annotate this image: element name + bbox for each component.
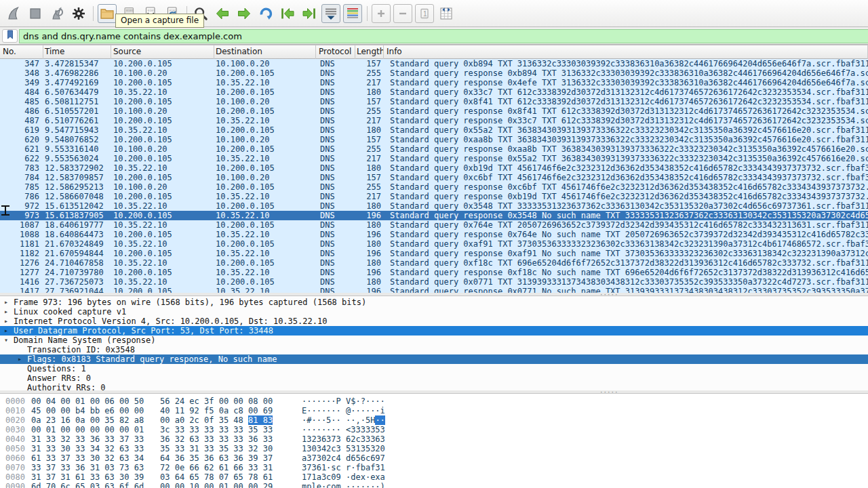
go-last-packet-button[interactable] xyxy=(300,4,319,23)
detail-row[interactable]: ▸Flags: 0x8183 Standard query response, … xyxy=(0,354,868,364)
column-header-protocol[interactable]: Protocol xyxy=(316,45,355,59)
packet-row-selected[interactable]: 97315.61383790510.200.0.10510.35.22.10DN… xyxy=(0,211,868,220)
detail-row[interactable]: ▸User Datagram Protocol, Src Port: 53, D… xyxy=(0,326,868,336)
detail-text: User Datagram Protocol, Src Port: 53, Ds… xyxy=(14,326,273,336)
cell-dst: 10.35.22.10 xyxy=(214,192,316,201)
packet-row[interactable]: 6219.55331614010.100.0.2010.200.0.105DNS… xyxy=(0,144,868,154)
packet-row[interactable]: 3493.47749216910.200.0.10510.35.22.10DNS… xyxy=(0,78,868,87)
packet-row[interactable]: 141627.73672507310.35.22.1010.200.0.105D… xyxy=(0,277,868,287)
cell-info: Standard query response 0x55a2 TXT 36383… xyxy=(384,154,868,163)
column-header-length[interactable]: Length xyxy=(355,45,384,59)
zoom-in-button[interactable] xyxy=(372,4,391,23)
arrow-to-last-icon xyxy=(301,5,317,22)
cell-len: 217 xyxy=(355,154,384,163)
column-header-source[interactable]: Source xyxy=(111,45,214,59)
toolbar-separator xyxy=(367,6,368,21)
column-header-no[interactable]: No. xyxy=(0,45,43,59)
hex-row[interactable]: 004031 33 32 33 36 33 37 3336 32 63 33 3… xyxy=(5,434,868,444)
packet-row[interactable]: 6209.54807685210.200.0.10510.100.0.20DNS… xyxy=(0,135,868,144)
capture-options-button[interactable] xyxy=(69,4,88,23)
column-header-time[interactable]: Time xyxy=(43,45,111,59)
cell-proto: DNS xyxy=(316,135,355,144)
packet-row[interactable]: 78612.58660704810.200.0.10510.35.22.10DN… xyxy=(0,192,868,201)
start-capture-button[interactable] xyxy=(4,4,23,23)
stop-capture-button[interactable] xyxy=(26,4,45,23)
detail-row[interactable]: ▸Internet Protocol Version 4, Src: 10.20… xyxy=(0,317,868,326)
detail-row[interactable]: Questions: 1 xyxy=(0,364,868,373)
hex-row[interactable]: 008031 37 31 61 33 63 30 3903 64 65 78 0… xyxy=(5,472,868,482)
cell-proto: DNS xyxy=(316,230,355,239)
zoom-out-button[interactable] xyxy=(393,4,412,23)
hex-row[interactable]: 00906d 70 6c 65 03 63 6f 6d00 00 10 00 0… xyxy=(5,482,868,488)
hex-bytes-left: 00 01 00 00 00 00 00 01 xyxy=(31,425,152,434)
auto-scroll-button[interactable] xyxy=(321,4,340,23)
hex-row[interactable]: 006061 33 37 33 30 32 63 3464 36 35 36 6… xyxy=(5,453,868,463)
packet-row[interactable]: 141727.73692104410.200.0.10510.35.22.10D… xyxy=(0,287,868,293)
packet-row[interactable]: 118221.67059484410.200.0.10510.35.22.10D… xyxy=(0,249,868,258)
packet-row[interactable]: 4856.50811275110.200.0.10510.100.0.20DNS… xyxy=(0,97,868,106)
cell-no: 621 xyxy=(0,144,43,154)
cell-no: 485 xyxy=(0,97,43,106)
cell-info: Standard query 0x55a2 TXT 36383430393139… xyxy=(384,125,868,135)
hex-ascii: 13236373 62c33363 xyxy=(302,434,385,444)
packet-row[interactable]: 108718.64061977710.35.22.1010.200.0.105D… xyxy=(0,220,868,230)
packet-row[interactable]: 3483.47698228610.100.0.2010.200.0.105DNS… xyxy=(0,68,868,78)
resize-columns-button[interactable] xyxy=(437,4,456,23)
hex-row[interactable]: 001045 00 00 b4 bb e6 00 0040 11 92 f5 0… xyxy=(5,406,868,415)
packet-row[interactable]: 4876.51077626110.200.0.10510.35.22.10DNS… xyxy=(0,116,868,125)
go-first-packet-button[interactable] xyxy=(278,4,297,23)
go-forward-button[interactable] xyxy=(235,4,254,23)
packet-row[interactable]: 4846.50763447910.35.22.1010.200.0.105DNS… xyxy=(0,87,868,97)
open-file-button[interactable] xyxy=(98,4,117,23)
cell-len: 217 xyxy=(355,116,384,125)
cell-src: 10.35.22.10 xyxy=(111,277,214,287)
detail-row[interactable]: Authority RRs: 0 xyxy=(0,383,868,390)
detail-row[interactable]: ▾Domain Name System (response) xyxy=(0,336,868,345)
hex-row[interactable]: 005031 33 30 33 34 32 63 3335 33 31 33 3… xyxy=(5,444,868,453)
packet-row[interactable]: 97215.61351204210.35.22.1010.200.0.105DN… xyxy=(0,201,868,211)
packet-row[interactable]: 78312.58337290210.35.22.1010.200.0.105DN… xyxy=(0,163,868,173)
packet-row[interactable]: 127624.71046785810.35.22.1010.200.0.105D… xyxy=(0,258,868,268)
column-header-destination[interactable]: Destination xyxy=(214,45,316,59)
hex-row[interactable]: 003000 01 00 00 00 00 00 013c 33 33 33 3… xyxy=(5,425,868,434)
packet-row[interactable]: 6229.55356302410.200.0.10510.35.22.10DNS… xyxy=(0,154,868,163)
packet-row[interactable]: 6199.54771594310.35.22.1010.200.0.105DNS… xyxy=(0,125,868,135)
packet-row[interactable]: 4866.51055720110.100.0.2010.200.0.105DNS… xyxy=(0,106,868,116)
cell-time: 21.670594844 xyxy=(43,249,111,258)
cell-time: 12.586295213 xyxy=(43,182,111,192)
hex-bytes-left: 33 37 33 36 31 03 73 63 xyxy=(31,463,152,472)
detail-row[interactable]: Transaction ID: 0x3548 xyxy=(0,345,868,354)
packet-row[interactable]: 127724.71073978010.200.0.10510.35.22.10D… xyxy=(0,268,868,277)
svg-text:0101: 0101 xyxy=(148,8,155,12)
cell-info: Standard query response 0x4efe TXT 31363… xyxy=(384,78,868,87)
detail-row[interactable]: ▸Linux cooked capture v1 xyxy=(0,307,868,317)
go-to-packet-button[interactable] xyxy=(256,4,275,23)
zoom-original-button[interactable]: 1 xyxy=(415,4,434,23)
expander-collapsed-icon[interactable]: ▸ xyxy=(4,298,14,307)
expander-collapsed-icon[interactable]: ▸ xyxy=(18,354,27,364)
hex-row[interactable]: 00200a 23 16 0a 00 35 82 a800 a0 2c 0f 3… xyxy=(5,415,868,425)
colorize-button[interactable] xyxy=(343,4,362,23)
cell-proto: DNS xyxy=(316,87,355,97)
detail-row[interactable]: ▸Frame 973: 196 bytes on wire (1568 bits… xyxy=(0,298,868,307)
expander-collapsed-icon[interactable]: ▸ xyxy=(4,317,14,326)
restart-capture-button[interactable] xyxy=(47,4,66,23)
hex-row[interactable]: 007033 37 33 36 31 03 73 6372 0e 66 62 6… xyxy=(5,463,868,472)
packet-row[interactable]: 78412.58370985710.200.0.10510.100.0.20DN… xyxy=(0,173,868,182)
toolbar-separator xyxy=(93,6,94,21)
expander-collapsed-icon[interactable]: ▸ xyxy=(4,307,14,317)
packet-row[interactable]: 108818.64086447310.200.0.10510.35.22.10D… xyxy=(0,230,868,239)
cell-time: 18.640619777 xyxy=(43,220,111,230)
packet-row[interactable]: 78512.58629521310.100.0.2010.200.0.105DN… xyxy=(0,182,868,192)
detail-row[interactable]: Answer RRs: 0 xyxy=(0,373,868,383)
hex-bytes-left: 31 33 32 33 36 33 37 33 xyxy=(31,434,152,444)
go-back-button[interactable] xyxy=(213,4,232,23)
expander-expanded-icon[interactable]: ▾ xyxy=(4,336,14,345)
column-header-info[interactable]: Info xyxy=(384,45,868,59)
display-filter-input[interactable]: dns and dns.qry.name contains dex.exampl… xyxy=(19,29,868,43)
packet-row[interactable]: 118121.67032484910.35.22.1010.200.0.105D… xyxy=(0,239,868,249)
filter-bookmark-button[interactable] xyxy=(2,29,18,43)
hex-row[interactable]: 000000 04 00 01 00 06 00 5056 24 ec 3f 0… xyxy=(5,396,868,406)
expander-collapsed-icon[interactable]: ▸ xyxy=(4,326,14,336)
packet-row[interactable]: 3473.47281534710.200.0.10510.100.0.20DNS… xyxy=(0,59,868,68)
